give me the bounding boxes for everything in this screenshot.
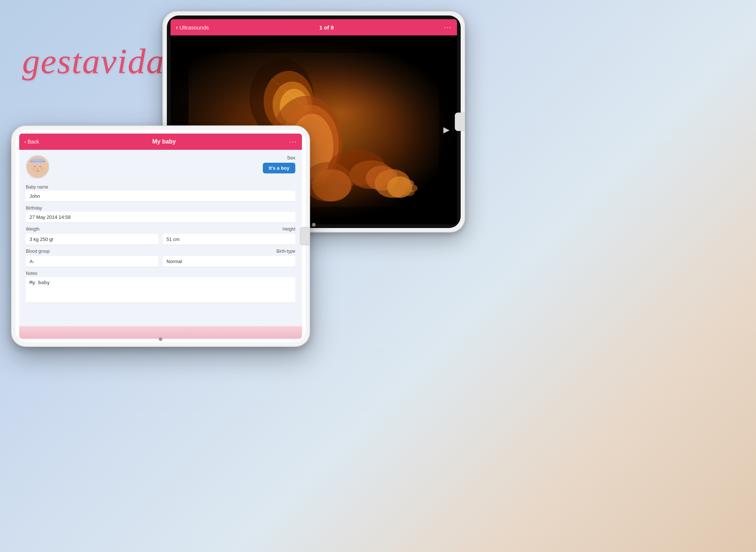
- ultrasound-more-btn[interactable]: ···: [444, 24, 452, 31]
- sex-button[interactable]: It's a boy: [263, 163, 295, 173]
- svg-rect-27: [171, 42, 457, 53]
- ultrasound-back-btn[interactable]: ‹ Ultrasounds: [176, 24, 209, 31]
- baby-top-row: Sex It's a boy: [26, 155, 295, 179]
- notes-field-group: Notes My baby: [26, 271, 295, 304]
- birth-type-input[interactable]: [163, 256, 295, 267]
- weight-field-group: Weigth Height: [26, 227, 295, 245]
- camera-dot-front: [159, 337, 162, 341]
- svg-point-20: [312, 169, 351, 201]
- baby-content: Sex It's a boy Baby name Birthday Weigth: [19, 150, 302, 339]
- svg-point-32: [31, 159, 44, 162]
- baby-name-label: Baby name: [26, 184, 295, 190]
- baby-avatar: [26, 155, 49, 179]
- sex-label: Sex: [263, 155, 295, 161]
- notes-label: Notes: [26, 271, 295, 276]
- baby-title: My baby: [152, 138, 176, 145]
- blood-birth-section: Blood group Birth-type: [26, 249, 295, 267]
- app-logo: gestavida: [22, 41, 165, 82]
- svg-point-35: [40, 167, 44, 171]
- baby-back-label: Back: [28, 139, 39, 145]
- ultrasound-page-indicator: 1 of 8: [319, 24, 334, 31]
- baby-back-btn[interactable]: ‹ Back: [24, 139, 39, 145]
- play-button[interactable]: ▶: [443, 125, 450, 135]
- baby-more-btn[interactable]: ···: [289, 138, 297, 146]
- ultrasound-navbar: ‹ Ultrasounds 1 of 8 ···: [171, 19, 457, 35]
- ultrasound-back-label: Ultrasounds: [179, 24, 209, 31]
- svg-point-33: [37, 168, 39, 169]
- chevron-left-icon: ‹: [24, 139, 26, 145]
- weight-label: Weigth: [26, 227, 39, 232]
- blood-group-input[interactable]: [26, 256, 158, 267]
- weight-labels: Weigth Height: [26, 227, 295, 233]
- tablet-front-screen: ‹ Back My baby ···: [16, 130, 306, 342]
- blood-group-label: Blood group: [26, 249, 50, 254]
- chevron-left-icon: ‹: [176, 24, 178, 31]
- sex-section: Sex It's a boy: [263, 155, 295, 173]
- birthday-field-group: Birthday: [26, 206, 295, 223]
- birthday-label: Birthday: [26, 206, 295, 211]
- baby-navbar: ‹ Back My baby ···: [19, 134, 302, 150]
- bottom-strip: [19, 326, 302, 339]
- weight-height-row: Weigth Height: [26, 227, 295, 249]
- home-button-front[interactable]: [300, 227, 310, 245]
- baby-name-input[interactable]: [26, 191, 295, 202]
- birth-type-label: Birth-type: [276, 249, 295, 255]
- svg-point-34: [31, 167, 35, 171]
- home-button-back[interactable]: [455, 113, 465, 131]
- weight-input[interactable]: [26, 234, 158, 245]
- camera-dot-back: [312, 223, 316, 227]
- notes-textarea[interactable]: My baby: [26, 277, 295, 303]
- birthday-input[interactable]: [26, 212, 295, 223]
- height-label: Height: [282, 227, 295, 233]
- svg-point-18: [403, 189, 415, 196]
- baby-name-field-group: Baby name: [26, 184, 295, 202]
- baby-avatar-image: [27, 156, 49, 178]
- tablet-front: ‹ Back My baby ···: [11, 125, 310, 347]
- height-input[interactable]: [163, 234, 295, 245]
